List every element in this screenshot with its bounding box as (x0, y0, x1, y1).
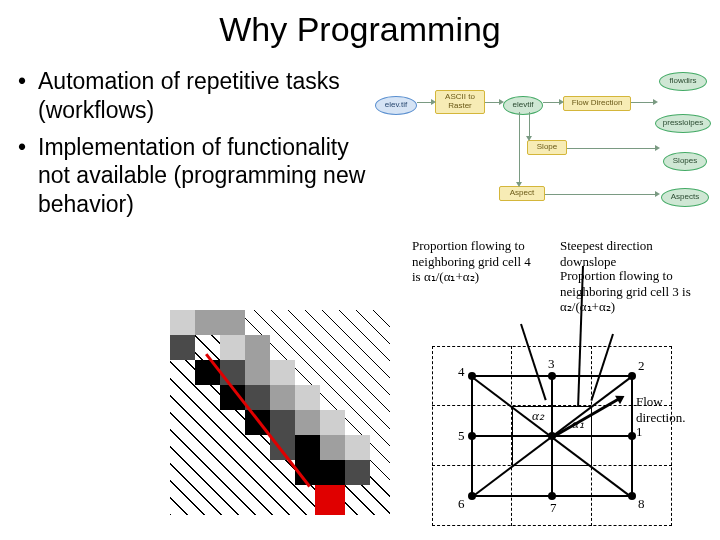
fc-node-aspect: Aspect (499, 186, 545, 201)
node-4: 4 (458, 364, 465, 380)
label-flowdir: Flow direction. (636, 394, 706, 425)
label-alpha2: α₂ (532, 408, 544, 424)
label-proportion-4: Proportion flowing to neighboring grid c… (412, 238, 542, 285)
fc-node-flowdirs-out: flowdirs (659, 72, 707, 91)
node-3: 3 (548, 356, 555, 372)
node-8: 8 (638, 496, 645, 512)
node-5: 5 (458, 428, 465, 444)
node-2: 2 (638, 358, 645, 374)
fc-node-elevtif: elevtif (503, 96, 543, 115)
node-7: 7 (550, 500, 557, 516)
label-steepest: Steepest direction downslope (560, 238, 690, 269)
bullet-list: Automation of repetitive tasks (workflow… (6, 67, 366, 227)
bullet-item: Implementation of functionality not avai… (24, 133, 366, 219)
slide-title: Why Programming (0, 0, 720, 67)
node-6: 6 (458, 496, 465, 512)
grid-flow-figure: Proportion flowing to neighboring grid c… (412, 238, 712, 538)
fc-node-elev: elev.tif (375, 96, 417, 115)
label-alpha1: α₁ (572, 416, 584, 432)
fc-node-slopes-out: Slopes (663, 152, 707, 171)
bullet-item: Automation of repetitive tasks (workflow… (24, 67, 366, 125)
fc-node-flowdir: Flow Direction (563, 96, 631, 111)
pixel-staircase-figure (170, 310, 390, 515)
workflow-flowchart: elev.tif ASCII to Raster elevtif Flow Di… (369, 66, 714, 226)
fc-node-aspects-out: Aspects (661, 188, 709, 207)
fc-node-slope: Slope (527, 140, 567, 155)
fc-node-ascii: ASCII to Raster (435, 90, 485, 114)
node-1: 1 (636, 424, 643, 440)
fc-node-pressloipes-out: pressloipes (655, 114, 711, 133)
